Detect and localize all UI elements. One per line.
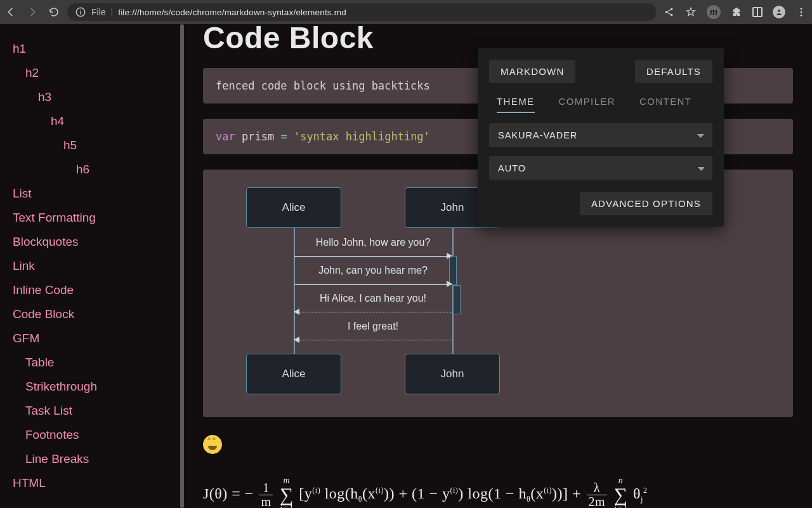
bookmark-star-icon[interactable] xyxy=(685,6,697,18)
toc-link[interactable]: HTML xyxy=(13,471,184,495)
actor-alice-top: Alice xyxy=(246,187,341,228)
toc-link[interactable]: Strikethrough xyxy=(13,375,184,399)
toc-link[interactable]: h5 xyxy=(13,133,184,157)
svg-point-9 xyxy=(801,15,802,17)
back-icon[interactable] xyxy=(5,6,16,18)
tab-theme[interactable]: THEME xyxy=(497,96,535,113)
tab-compiler[interactable]: COMPILER xyxy=(559,96,616,113)
extension-popup: MARKDOWN DEFAULTS THEME COMPILER CONTENT… xyxy=(478,48,724,227)
msg-2-arrow xyxy=(447,281,452,287)
forward-icon[interactable] xyxy=(27,6,38,18)
svg-point-6 xyxy=(778,10,780,12)
url-path: file:///home/s/code/chrome/markdown-synt… xyxy=(118,8,346,17)
toc-link[interactable]: h4 xyxy=(13,109,184,133)
msg-1-arrow xyxy=(447,253,452,259)
toc-link[interactable]: Table xyxy=(13,351,184,375)
markdown-toggle-button[interactable]: MARKDOWN xyxy=(489,60,575,83)
emoji-grin xyxy=(203,435,793,458)
msg-2-line xyxy=(294,284,447,285)
svg-rect-2 xyxy=(80,10,81,11)
msg-3-label: Hi Alice, I can hear you! xyxy=(294,293,452,304)
msg-4-arrow xyxy=(294,337,299,343)
defaults-button[interactable]: DEFAULTS xyxy=(635,60,712,83)
info-icon[interactable] xyxy=(75,6,86,18)
address-bar[interactable]: File | file:///home/s/code/chrome/markdo… xyxy=(67,3,656,21)
toc-link[interactable]: Inline Code xyxy=(13,278,184,302)
msg-1-label: Hello John, how are you? xyxy=(294,237,452,248)
msg-4-label: I feel great! xyxy=(294,321,452,332)
theme-select[interactable]: SAKURA-VADER xyxy=(489,123,712,147)
share-icon[interactable] xyxy=(664,6,675,18)
latex-formula: J(θ) = − 1m m∑i=1 [y(i) log(hθ(x(i))) + … xyxy=(203,476,793,508)
activation-john-2 xyxy=(453,285,461,314)
msg-1-line xyxy=(294,256,447,257)
side-panel-icon[interactable] xyxy=(752,7,763,17)
toc-link[interactable]: Link xyxy=(13,254,184,278)
toc-link[interactable]: Footnotes xyxy=(13,423,184,447)
toc-link[interactable]: Line Breaks xyxy=(13,447,184,471)
msg-4-line xyxy=(299,340,452,340)
msg-2-label: John, can you hear me? xyxy=(294,265,452,276)
markdown-extension-icon[interactable]: m xyxy=(707,5,721,19)
toc-link[interactable]: List xyxy=(13,182,184,206)
browser-toolbar: File | file:///home/s/code/chrome/markdo… xyxy=(0,0,812,24)
toc-link[interactable]: h6 xyxy=(13,157,184,182)
msg-3-arrow xyxy=(294,309,299,315)
toc-sidebar: h1h2h3h4h5h6ListText FormattingBlockquot… xyxy=(0,24,184,508)
toc-link[interactable]: Task List xyxy=(13,399,184,423)
svg-point-8 xyxy=(801,11,802,13)
advanced-options-button[interactable]: ADVANCED OPTIONS xyxy=(580,192,712,215)
tab-content[interactable]: CONTENT xyxy=(639,96,691,113)
toc-link[interactable]: h1 xyxy=(13,37,184,61)
reload-icon[interactable] xyxy=(48,6,60,18)
toc-link[interactable]: Blockquotes xyxy=(13,230,184,254)
kebab-menu-icon[interactable] xyxy=(796,6,807,18)
toc-link[interactable]: GFM xyxy=(13,326,184,351)
extensions-icon[interactable] xyxy=(731,6,742,18)
width-select[interactable]: AUTO xyxy=(489,156,712,180)
actor-john-bottom: John xyxy=(405,354,500,394)
toc-link[interactable]: Text Formatting xyxy=(13,206,184,230)
toc-link[interactable]: h2 xyxy=(13,61,184,85)
toc-link[interactable]: Code Block xyxy=(13,302,184,326)
url-separator: | xyxy=(111,7,114,17)
msg-3-line xyxy=(299,312,452,312)
actor-alice-bottom: Alice xyxy=(246,354,341,394)
svg-rect-1 xyxy=(80,11,81,15)
profile-avatar-icon[interactable] xyxy=(773,6,785,18)
toc-link[interactable]: h3 xyxy=(13,85,184,109)
url-scheme: File xyxy=(91,7,106,17)
svg-point-7 xyxy=(801,8,802,10)
